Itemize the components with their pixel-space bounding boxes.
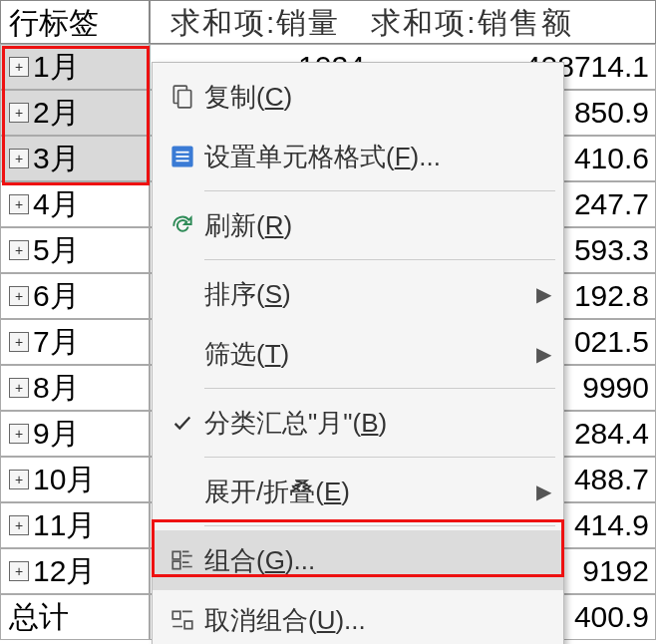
row-label-7[interactable]: + 7月 — [0, 319, 150, 365]
menu-ungroup[interactable]: 取消组合(U)... — [153, 590, 563, 644]
expand-icon[interactable]: + — [9, 286, 29, 306]
expand-icon[interactable]: + — [9, 103, 29, 123]
month-label: 10月 — [33, 458, 96, 501]
month-label: 4月 — [33, 182, 80, 226]
row-label-6[interactable]: + 6月 — [0, 273, 150, 319]
expand-icon[interactable]: + — [9, 240, 29, 260]
expand-icon[interactable]: + — [9, 424, 29, 444]
menu-label: 排序(S) — [204, 277, 536, 312]
context-menu: 复制(C) 设置单元格格式(F)... 刷新(R) 排序(S) ▶ 筛选(T) … — [152, 62, 564, 644]
menu-label: 分类汇总"月"(B) — [204, 406, 551, 441]
menu-separator — [204, 190, 555, 191]
row-label-11[interactable]: + 11月 — [0, 502, 150, 548]
check-icon — [161, 412, 204, 434]
month-label: 11月 — [33, 503, 96, 547]
menu-sort[interactable]: 排序(S) ▶ — [153, 264, 563, 324]
menu-filter[interactable]: 筛选(T) ▶ — [153, 324, 563, 384]
svg-rect-1 — [178, 91, 191, 108]
menu-separator — [204, 388, 555, 389]
menu-label: 取消组合(U)... — [204, 603, 551, 638]
menu-label: 展开/折叠(E) — [204, 475, 536, 509]
expand-icon[interactable]: + — [9, 515, 29, 535]
refresh-icon — [161, 212, 204, 238]
header-values[interactable]: 求和项:销量 求和项:销售额 — [150, 0, 656, 44]
menu-label: 筛选(T) — [204, 337, 536, 372]
submenu-arrow-icon: ▶ — [536, 282, 551, 306]
header-col2: 求和项:销售额 — [371, 6, 572, 39]
month-label: 3月 — [33, 137, 80, 180]
menu-label: 复制(C) — [204, 80, 551, 115]
menu-format-cells[interactable]: 设置单元格格式(F)... — [153, 127, 563, 186]
expand-icon[interactable]: + — [9, 561, 29, 581]
month-label: 2月 — [33, 91, 80, 135]
menu-label: 组合(G)... — [204, 543, 551, 578]
row-label-1[interactable]: + 1月 — [0, 44, 150, 90]
row-label-9[interactable]: + 9月 — [0, 411, 150, 457]
menu-separator — [204, 525, 555, 526]
header-col1: 求和项:销量 — [170, 6, 340, 39]
expand-icon[interactable]: + — [9, 149, 29, 168]
menu-separator — [204, 457, 555, 458]
row-label-5[interactable]: + 5月 — [0, 227, 150, 273]
expand-icon[interactable]: + — [9, 332, 29, 352]
format-cells-icon — [161, 144, 204, 169]
expand-icon[interactable]: + — [9, 194, 29, 214]
svg-rect-8 — [172, 611, 180, 619]
header-rowlabel[interactable]: 行标签 — [0, 0, 150, 44]
menu-subtotal[interactable]: 分类汇总"月"(B) — [153, 393, 563, 453]
month-label: 1月 — [33, 45, 80, 89]
row-label-10[interactable]: + 10月 — [0, 457, 150, 502]
row-label-8[interactable]: + 8月 — [0, 365, 150, 411]
submenu-arrow-icon: ▶ — [536, 342, 551, 366]
month-label: 7月 — [33, 320, 80, 364]
menu-label: 设置单元格格式(F)... — [204, 140, 551, 174]
svg-rect-6 — [172, 551, 180, 559]
menu-group[interactable]: 组合(G)... — [153, 530, 563, 590]
svg-rect-7 — [172, 561, 180, 569]
menu-label: 刷新(R) — [204, 208, 551, 243]
row-label-3[interactable]: + 3月 — [0, 136, 150, 181]
row-label-4[interactable]: + 4月 — [0, 181, 150, 227]
month-label: 8月 — [33, 366, 80, 410]
row-label-12[interactable]: + 12月 — [0, 548, 150, 594]
total-label[interactable]: 总计 — [0, 594, 150, 640]
month-label: 12月 — [33, 549, 96, 593]
expand-icon[interactable]: + — [9, 470, 29, 489]
menu-copy[interactable]: 复制(C) — [153, 67, 563, 127]
expand-icon[interactable]: + — [9, 378, 29, 398]
menu-refresh[interactable]: 刷新(R) — [153, 195, 563, 255]
svg-rect-9 — [184, 621, 192, 629]
month-label: 5月 — [33, 228, 80, 272]
menu-expand-collapse[interactable]: 展开/折叠(E) ▶ — [153, 462, 563, 521]
month-label: 6月 — [33, 274, 80, 318]
row-label-2[interactable]: + 2月 — [0, 90, 150, 136]
submenu-arrow-icon: ▶ — [536, 480, 551, 503]
month-label: 9月 — [33, 412, 80, 456]
expand-icon[interactable]: + — [9, 57, 29, 77]
copy-icon — [161, 84, 204, 110]
group-icon — [161, 547, 204, 573]
menu-separator — [204, 259, 555, 260]
ungroup-icon — [161, 607, 204, 633]
